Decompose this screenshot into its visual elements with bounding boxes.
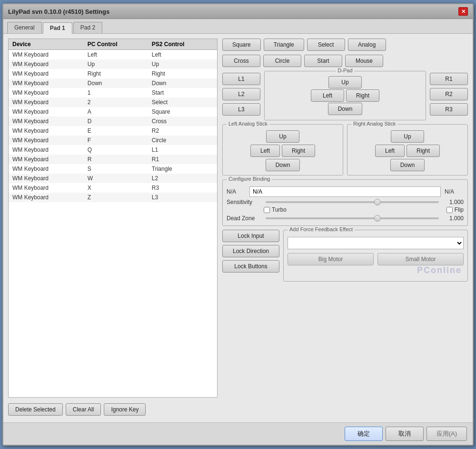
main-content: Device PC Control PS2 Control WM Keyboar…: [3, 34, 473, 422]
table-cell-0: WM Keyboard: [9, 145, 84, 155]
small-motor-button[interactable]: Small Motor: [377, 253, 464, 265]
mouse-button[interactable]: Mouse: [345, 55, 383, 67]
force-feedback-section: Add Force Feedback Effect Big Motor Smal…: [283, 230, 468, 282]
binding-dropdown[interactable]: N/A: [249, 186, 441, 197]
tab-pad2[interactable]: Pad 2: [73, 22, 102, 33]
tab-general[interactable]: General: [7, 22, 42, 33]
table-row[interactable]: WM KeyboardRR1: [9, 155, 217, 164]
turbo-flip-row: Turbo Flip: [227, 206, 464, 213]
table-row[interactable]: WM Keyboard2Select: [9, 98, 217, 107]
confirm-button[interactable]: 确定: [345, 427, 383, 441]
table-cell-0: WM Keyboard: [9, 88, 84, 98]
start-button[interactable]: Start: [304, 55, 342, 67]
dpad-left-button[interactable]: Left: [311, 89, 344, 102]
table-cell-0: WM Keyboard: [9, 155, 84, 164]
clear-all-button[interactable]: Clear All: [66, 403, 101, 416]
turbo-checkbox-row: Turbo: [264, 206, 287, 213]
table-row[interactable]: WM KeyboardXR3: [9, 183, 217, 193]
table-row[interactable]: WM KeyboardER2: [9, 126, 217, 136]
l2-button[interactable]: L2: [222, 88, 260, 100]
window-title: LilyPad svn 0.10.0 (r4510) Settings: [8, 8, 109, 15]
table-row[interactable]: WM KeyboardSTriangle: [9, 164, 217, 174]
table-cell-0: WM Keyboard: [9, 98, 84, 107]
right-analog-left[interactable]: Left: [375, 145, 405, 157]
dpad-down-button[interactable]: Down: [328, 103, 363, 115]
table-row[interactable]: WM KeyboardLeftLeft: [9, 50, 217, 60]
analog-sticks-row: Left Analog Stick Up Left Right Down Rig…: [222, 124, 468, 176]
apply-button[interactable]: 应用(A): [426, 427, 467, 441]
left-analog-up[interactable]: Up: [266, 130, 299, 143]
tab-bar: General Pad 1 Pad 2: [3, 19, 473, 34]
table-cell-0: WM Keyboard: [9, 59, 84, 69]
flip-label[interactable]: Flip: [455, 206, 464, 213]
right-analog-down[interactable]: Down: [390, 159, 425, 171]
table-cell-1: Down: [84, 78, 148, 88]
left-analog-left[interactable]: Left: [250, 145, 280, 157]
cross-button[interactable]: Cross: [222, 55, 260, 67]
table-cell-0: WM Keyboard: [9, 117, 84, 126]
dpad-up-button[interactable]: Up: [328, 76, 362, 88]
table-row[interactable]: WM KeyboardZL3: [9, 193, 217, 202]
circle-button[interactable]: Circle: [263, 55, 301, 67]
dpad-up-row: Up: [268, 76, 422, 88]
table-cell-2: Right: [148, 69, 217, 78]
square-button[interactable]: Square: [222, 39, 261, 51]
right-analog-right[interactable]: Right: [407, 145, 440, 157]
sensitivity-slider-container: [264, 201, 441, 203]
left-panel: Device PC Control PS2 Control WM Keyboar…: [8, 39, 218, 418]
l3-button[interactable]: L3: [222, 103, 260, 116]
ignore-key-button[interactable]: Ignore Key: [104, 403, 146, 416]
right-analog-up[interactable]: Up: [391, 130, 424, 143]
table-cell-0: WM Keyboard: [9, 107, 84, 117]
table-cell-2: R2: [148, 126, 217, 136]
delete-selected-button[interactable]: Delete Selected: [8, 403, 63, 416]
title-bar: LilyPad svn 0.10.0 (r4510) Settings ✕: [3, 4, 473, 19]
table-cell-1: X: [84, 183, 148, 193]
binding-value-right: N/A: [445, 188, 464, 195]
table-row[interactable]: WM KeyboardUpUp: [9, 59, 217, 69]
l1-button[interactable]: L1: [222, 73, 260, 85]
turbo-label[interactable]: Turbo: [272, 206, 287, 213]
r3-button[interactable]: R3: [430, 103, 468, 116]
ps-buttons-row1: Square Triangle Select Analog: [222, 39, 468, 51]
table-row[interactable]: WM KeyboardASquare: [9, 107, 217, 117]
dead-zone-slider[interactable]: [266, 217, 439, 219]
flip-checkbox[interactable]: [446, 207, 453, 213]
lock-input-button[interactable]: Lock Input: [222, 230, 279, 242]
dead-zone-row: Dead Zone 1.000: [227, 215, 464, 222]
cancel-button[interactable]: 取消: [386, 427, 424, 441]
r2-button[interactable]: R2: [430, 88, 468, 100]
dpad-right-button[interactable]: Right: [346, 89, 379, 102]
lock-buttons-button[interactable]: Lock Buttons: [222, 260, 279, 273]
tab-pad1[interactable]: Pad 1: [43, 22, 72, 34]
footer-bar: 确定 取消 应用(A): [3, 422, 473, 445]
table-row[interactable]: WM KeyboardDCross: [9, 117, 217, 126]
table-row[interactable]: WM Keyboard1Start: [9, 88, 217, 98]
left-analog-right[interactable]: Right: [282, 145, 315, 157]
turbo-checkbox[interactable]: [264, 207, 270, 213]
table-row[interactable]: WM KeyboardDownDown: [9, 78, 217, 88]
table-cell-1: Right: [84, 69, 148, 78]
r1-button[interactable]: R1: [430, 73, 468, 85]
mid-row: L1 L2 L3 D-Pad Up Left Right Down: [222, 71, 468, 120]
left-analog-down[interactable]: Down: [266, 159, 300, 171]
select-button[interactable]: Select: [307, 39, 345, 51]
controls-bottom-row: Lock Input Lock Direction Lock Buttons A…: [222, 230, 468, 282]
table-cell-1: S: [84, 164, 148, 174]
table-row[interactable]: WM KeyboardQL1: [9, 145, 217, 155]
lock-direction-button[interactable]: Lock Direction: [222, 245, 279, 257]
l-buttons: L1 L2 L3: [222, 71, 260, 116]
table-cell-0: WM Keyboard: [9, 136, 84, 145]
sensitivity-row: Sensitivity 1.000: [227, 199, 464, 205]
table-row[interactable]: WM KeyboardWL2: [9, 174, 217, 183]
table-row[interactable]: WM KeyboardFCircle: [9, 136, 217, 145]
sensitivity-slider[interactable]: [266, 201, 439, 203]
table-cell-2: Square: [148, 107, 217, 117]
analog-button[interactable]: Analog: [348, 39, 386, 51]
big-motor-button[interactable]: Big Motor: [288, 253, 374, 265]
flip-checkbox-row: Flip: [446, 206, 464, 213]
close-button[interactable]: ✕: [458, 7, 468, 16]
triangle-button[interactable]: Triangle: [264, 39, 304, 51]
ff-dropdown[interactable]: [288, 237, 464, 249]
table-row[interactable]: WM KeyboardRightRight: [9, 69, 217, 78]
